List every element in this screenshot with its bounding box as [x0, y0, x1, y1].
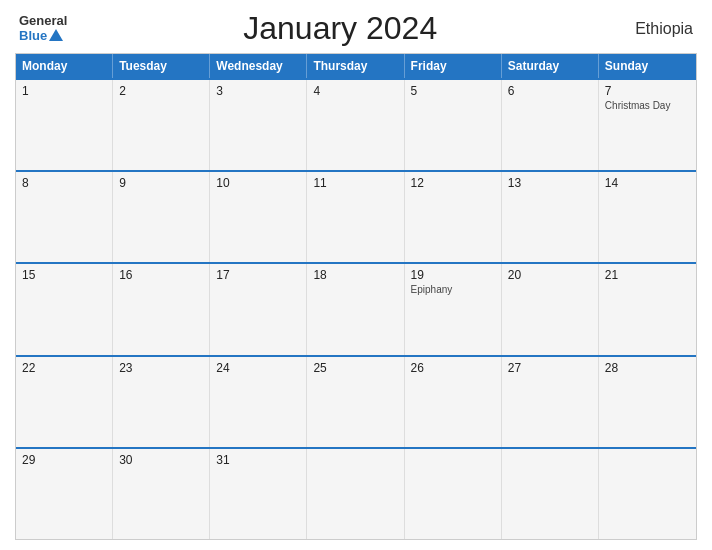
day-cell: 10: [210, 172, 307, 262]
day-number: 30: [119, 453, 203, 467]
day-number: 29: [22, 453, 106, 467]
day-cell: 18: [307, 264, 404, 354]
day-number: 11: [313, 176, 397, 190]
dow-cell: Friday: [405, 54, 502, 78]
day-cell: 9: [113, 172, 210, 262]
day-cell: 29: [16, 449, 113, 539]
holiday-label: Epiphany: [411, 284, 495, 295]
day-number: 12: [411, 176, 495, 190]
dow-cell: Wednesday: [210, 54, 307, 78]
day-cell: 5: [405, 80, 502, 170]
day-cell: 25: [307, 357, 404, 447]
calendar-grid: MondayTuesdayWednesdayThursdayFridaySatu…: [15, 53, 697, 540]
day-number: 22: [22, 361, 106, 375]
day-number: 16: [119, 268, 203, 282]
day-cell: 14: [599, 172, 696, 262]
holiday-label: Christmas Day: [605, 100, 690, 111]
logo-general-text: General: [19, 14, 67, 28]
days-of-week-row: MondayTuesdayWednesdayThursdayFridaySatu…: [16, 54, 696, 78]
week-row: 293031: [16, 447, 696, 539]
day-cell: [307, 449, 404, 539]
week-row: 1234567Christmas Day: [16, 78, 696, 170]
day-cell: [405, 449, 502, 539]
day-number: 1: [22, 84, 106, 98]
day-cell: 6: [502, 80, 599, 170]
day-cell: 27: [502, 357, 599, 447]
day-number: 7: [605, 84, 690, 98]
day-number: 28: [605, 361, 690, 375]
day-cell: 13: [502, 172, 599, 262]
day-cell: 21: [599, 264, 696, 354]
day-number: 24: [216, 361, 300, 375]
day-number: 17: [216, 268, 300, 282]
day-cell: [502, 449, 599, 539]
dow-cell: Saturday: [502, 54, 599, 78]
day-cell: 23: [113, 357, 210, 447]
day-cell: 8: [16, 172, 113, 262]
day-cell: 15: [16, 264, 113, 354]
day-number: 5: [411, 84, 495, 98]
day-number: 10: [216, 176, 300, 190]
day-cell: 12: [405, 172, 502, 262]
day-cell: 20: [502, 264, 599, 354]
day-cell: 4: [307, 80, 404, 170]
logo-triangle-icon: [49, 29, 63, 41]
calendar-title: January 2024: [67, 10, 613, 47]
header: General Blue January 2024 Ethiopia: [15, 10, 697, 47]
week-row: 891011121314: [16, 170, 696, 262]
day-cell: 30: [113, 449, 210, 539]
day-number: 19: [411, 268, 495, 282]
dow-cell: Sunday: [599, 54, 696, 78]
day-cell: 31: [210, 449, 307, 539]
day-number: 2: [119, 84, 203, 98]
day-number: 15: [22, 268, 106, 282]
day-cell: 16: [113, 264, 210, 354]
day-cell: 2: [113, 80, 210, 170]
day-number: 3: [216, 84, 300, 98]
day-number: 31: [216, 453, 300, 467]
logo: General Blue: [19, 14, 67, 43]
day-cell: [599, 449, 696, 539]
day-cell: 7Christmas Day: [599, 80, 696, 170]
day-number: 6: [508, 84, 592, 98]
day-number: 20: [508, 268, 592, 282]
logo-blue-text: Blue: [19, 29, 67, 43]
day-number: 26: [411, 361, 495, 375]
day-number: 14: [605, 176, 690, 190]
day-cell: 26: [405, 357, 502, 447]
dow-cell: Monday: [16, 54, 113, 78]
day-cell: 19Epiphany: [405, 264, 502, 354]
day-number: 18: [313, 268, 397, 282]
day-cell: 22: [16, 357, 113, 447]
day-number: 9: [119, 176, 203, 190]
day-cell: 3: [210, 80, 307, 170]
week-row: 1516171819Epiphany2021: [16, 262, 696, 354]
day-number: 25: [313, 361, 397, 375]
day-number: 27: [508, 361, 592, 375]
dow-cell: Thursday: [307, 54, 404, 78]
day-number: 23: [119, 361, 203, 375]
day-cell: 17: [210, 264, 307, 354]
day-number: 13: [508, 176, 592, 190]
day-cell: 11: [307, 172, 404, 262]
weeks-container: 1234567Christmas Day89101112131415161718…: [16, 78, 696, 539]
day-number: 21: [605, 268, 690, 282]
day-cell: 24: [210, 357, 307, 447]
calendar-page: General Blue January 2024 Ethiopia Monda…: [0, 0, 712, 550]
country-label: Ethiopia: [613, 20, 693, 38]
week-row: 22232425262728: [16, 355, 696, 447]
day-cell: 28: [599, 357, 696, 447]
dow-cell: Tuesday: [113, 54, 210, 78]
day-cell: 1: [16, 80, 113, 170]
day-number: 4: [313, 84, 397, 98]
day-number: 8: [22, 176, 106, 190]
